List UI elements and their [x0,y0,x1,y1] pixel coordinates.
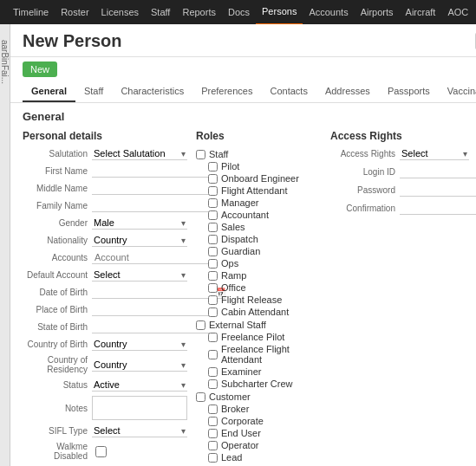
sifl-label: SIFL Type [23,426,92,436]
cob-label: Country of Birth [23,340,92,349]
access-rights-select[interactable]: Select [400,147,469,160]
checkbox-pilot[interactable] [208,162,218,172]
default-account-select-wrapper: Select [92,269,187,282]
checkbox-staff[interactable] [196,150,205,159]
checkbox-freelance-pilot[interactable] [208,333,218,342]
role-label-broker: Broker [221,404,249,414]
nav-licenses[interactable]: Licenses [95,0,145,24]
sifl-select-wrapper: Select [92,424,187,437]
nationality-label: Nationality [23,236,92,245]
tab-passports[interactable]: Passports [379,81,439,102]
role-label-freelance-fa: Freelance Flight Attendant [221,344,322,365]
checkbox-freelance-fa[interactable] [208,350,218,359]
checkbox-accountant[interactable] [208,210,218,220]
checkbox-guardian[interactable] [208,247,218,256]
walkme-row: Walkme Disabled [23,442,187,461]
password-input[interactable] [400,184,476,197]
tab-preferences[interactable]: Preferences [192,81,261,102]
nav-persons[interactable]: Persons [256,0,303,25]
salutation-select[interactable]: Select Salutation [92,147,187,160]
checkbox-cabin-attendant[interactable] [208,307,218,317]
page-title: New Person [23,31,121,51]
role-item-ops: Ops [196,257,322,269]
checkbox-corporate[interactable] [208,417,218,426]
checkbox-dispatch[interactable] [208,235,218,244]
role-label-staff: Staff [209,149,228,159]
tab-contacts[interactable]: Contacts [261,81,316,102]
checkbox-ramp[interactable] [208,271,218,281]
nationality-select[interactable]: Country [92,234,187,247]
status-select-wrapper: Active Inactive [92,379,187,392]
login-id-input[interactable] [400,165,476,178]
checkbox-end-user[interactable] [208,429,218,438]
roles-col-title: Roles [196,126,322,147]
role-item-flight-attendant: Flight Attendant [196,184,322,197]
sifl-select[interactable]: Select [92,424,187,437]
gender-select-wrapper: Male Female [92,217,187,230]
nav-docs[interactable]: Docs [222,0,256,24]
role-label-operator: Operator [221,440,258,450]
nav-aoc[interactable]: AOC [441,0,474,24]
role-item-freelance-pilot: Freelance Pilot [196,331,322,343]
section-general-title: General [10,103,476,126]
status-select[interactable]: Active Inactive [92,379,187,392]
checkbox-customer[interactable] [196,392,205,402]
checkbox-operator[interactable] [208,441,218,450]
notes-row: Notes [23,396,187,420]
dob-row: Date of Birth 📅 [23,286,187,299]
nav-airports[interactable]: Airports [355,0,400,24]
password-row: Password [330,184,469,197]
checkbox-examiner[interactable] [208,367,218,377]
access-col-title: Access Rights [330,126,469,147]
sidebar-label: aarBinFai... [0,40,10,84]
role-label-sales: Sales [221,222,245,232]
tab-staff[interactable]: Staff [75,81,112,102]
role-item-subcharter-crew: Subcharter Crew [196,378,322,390]
checkbox-flight-attendant[interactable] [208,186,218,196]
role-label-corporate: Corporate [221,416,264,426]
roles-list: Staff Pilot Onboard Engineer Flight Atte… [196,147,322,466]
middle-name-row: Middle Name [23,182,187,195]
checkbox-office[interactable] [208,283,218,293]
checkbox-external-staff[interactable] [196,320,205,330]
confirmation-input[interactable] [400,202,476,215]
checkbox-lead[interactable] [208,453,218,463]
salutation-select-wrapper: Select Salutation [92,147,187,160]
checkbox-sales[interactable] [208,223,218,232]
gender-select[interactable]: Male Female [92,217,187,230]
role-label-pilot: Pilot [221,161,239,172]
access-rights-select-wrapper: Select [400,147,469,160]
role-label-ramp: Ramp [221,270,246,281]
checkbox-broker[interactable] [208,405,218,414]
checkbox-ops[interactable] [208,259,218,269]
nav-roster[interactable]: Roster [55,0,95,24]
tab-addresses[interactable]: Addresses [316,81,379,102]
checkbox-subcharter-crew[interactable] [208,379,218,389]
tab-vaccinations[interactable]: Vaccinations [439,81,476,102]
country-res-select[interactable]: Country [92,359,187,372]
checkbox-manager[interactable] [208,198,218,208]
role-label-examiner: Examiner [221,366,261,377]
role-label-onboard-engineer: Onboard Engineer [221,173,299,184]
nav-reports[interactable]: Reports [176,0,222,24]
access-rights-column: Access Rights Access Rights Select Login… [330,126,469,466]
cob-select[interactable]: Country [92,338,187,351]
new-btn-area: New [10,57,476,81]
family-name-label: Family Name [23,201,92,210]
notes-textarea[interactable] [92,396,187,420]
default-account-select[interactable]: Select [92,269,187,282]
checkbox-onboard-engineer[interactable] [208,174,218,184]
walkme-checkbox[interactable] [95,446,107,457]
login-id-row: Login ID [330,165,469,178]
gender-label: Gender [23,218,92,228]
nav-accounts[interactable]: Accounts [303,0,354,24]
nav-staff[interactable]: Staff [145,0,176,24]
tabs: General Staff Characteristics Preference… [10,81,476,103]
checkbox-flight-release[interactable] [208,295,218,305]
role-group-external-staff: External Staff [196,318,322,331]
new-button[interactable]: New [23,61,57,77]
tab-general[interactable]: General [23,81,75,102]
nav-timeline[interactable]: Timeline [7,0,55,24]
nav-aircraft[interactable]: Aircraft [400,0,442,24]
tab-characteristics[interactable]: Characteristics [112,81,192,102]
